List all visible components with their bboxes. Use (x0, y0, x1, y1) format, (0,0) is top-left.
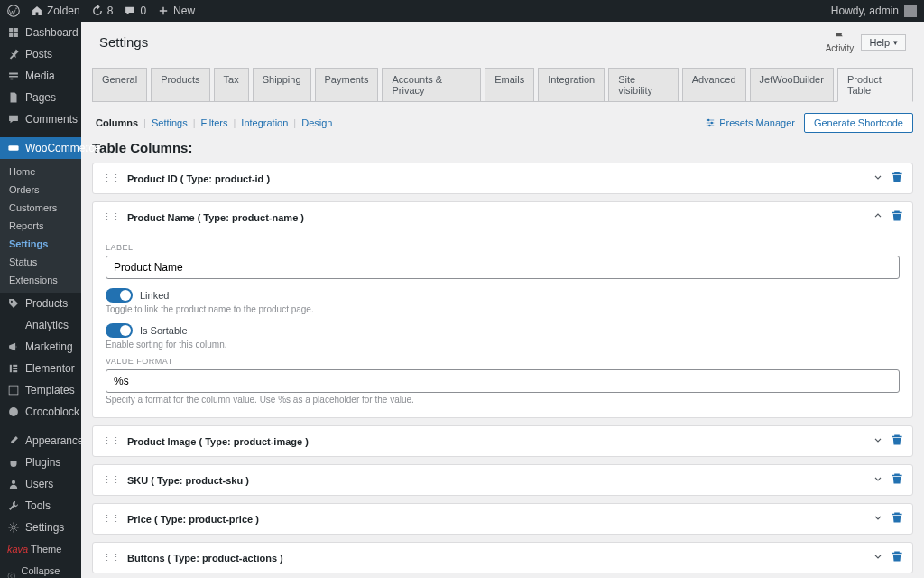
trash-icon[interactable] (891, 171, 903, 186)
sidebar-item-label: Pages (25, 91, 56, 104)
sidebar-item-elementor[interactable]: Elementor (0, 358, 81, 379)
sidebar-item-settings[interactable]: Settings (0, 517, 81, 538)
tab-advanced[interactable]: Advanced (682, 68, 746, 101)
chevron-down-icon[interactable] (873, 512, 883, 526)
drag-handle-icon[interactable]: ⋮⋮ (102, 172, 120, 184)
template-icon (7, 384, 20, 396)
sidebar-item-marketing[interactable]: Marketing (0, 336, 81, 358)
tab-general[interactable]: General (92, 68, 147, 101)
drag-handle-icon[interactable]: ⋮⋮ (102, 435, 120, 447)
sidebar-item-crocoblock[interactable]: Crocoblock (0, 401, 81, 423)
tab-shipping[interactable]: Shipping (253, 68, 311, 101)
sidebar-subitem-status[interactable]: Status (0, 253, 81, 271)
sidebar-subitem-home[interactable]: Home (0, 163, 81, 181)
sidebar-item-dashboard[interactable]: Dashboard (0, 22, 81, 43)
tab-accounts-privacy[interactable]: Accounts & Privacy (382, 68, 481, 101)
plugin-icon (7, 456, 20, 469)
sidebar-item-analytics[interactable]: Analytics (0, 314, 81, 336)
subtab-integration[interactable]: Integration (237, 117, 291, 128)
tab-product-table[interactable]: Product Table (837, 68, 913, 102)
sidebar-item-products[interactable]: Products (0, 293, 81, 314)
tab-integration[interactable]: Integration (538, 68, 605, 101)
sliders-icon (705, 117, 716, 128)
tool-icon (7, 499, 20, 512)
column-title: Product Image ( Type: product-image ) (127, 436, 873, 447)
sidebar-item-tools[interactable]: Tools (0, 495, 81, 517)
subtab-filters[interactable]: Filters (198, 117, 232, 128)
trash-icon[interactable] (891, 210, 903, 225)
linked-toggle[interactable] (106, 288, 133, 303)
subtab-design[interactable]: Design (298, 117, 336, 128)
tab-payments[interactable]: Payments (315, 68, 379, 101)
chevron-down-icon[interactable] (873, 434, 883, 448)
chevron-down-icon[interactable] (873, 172, 883, 185)
label-input[interactable] (106, 256, 900, 279)
account-link[interactable]: Howdy, admin (831, 5, 917, 17)
sidebar-item-media[interactable]: Media (0, 65, 81, 87)
trash-icon[interactable] (891, 511, 903, 527)
sidebar-item-appearance[interactable]: Appearance (0, 430, 81, 452)
sidebar-subitem-orders[interactable]: Orders (0, 181, 81, 199)
sidebar-item-comments[interactable]: Comments (0, 108, 81, 130)
svg-rect-3 (10, 365, 12, 372)
generate-shortcode-button[interactable]: Generate Shortcode (804, 113, 913, 133)
main-content: Settings Activity Help GeneralProductsTa… (81, 22, 924, 578)
sidebar-item-pages[interactable]: Pages (0, 87, 81, 108)
column-row: ⋮⋮ Product Image ( Type: product-image ) (92, 425, 913, 457)
croco-icon (7, 406, 20, 418)
drag-handle-icon[interactable]: ⋮⋮ (102, 474, 120, 486)
subtab-settings[interactable]: Settings (148, 117, 191, 128)
drag-handle-icon[interactable]: ⋮⋮ (102, 211, 120, 223)
drag-handle-icon[interactable]: ⋮⋮ (102, 552, 120, 564)
sidebar-item-label: Crocoblock (25, 406, 79, 418)
tab-emails[interactable]: Emails (485, 68, 534, 101)
chevron-down-icon[interactable] (873, 551, 883, 564)
sidebar-subitem-customers[interactable]: Customers (0, 199, 81, 217)
value-format-input[interactable] (106, 369, 900, 393)
tab-products[interactable]: Products (151, 68, 209, 101)
update-icon (91, 5, 104, 17)
toggle-label: Linked (140, 290, 169, 301)
column-row: ⋮⋮ Buttons ( Type: product-actions ) (92, 542, 913, 573)
theme-link[interactable]: kava Theme (0, 538, 81, 560)
sortable-toggle[interactable] (106, 323, 133, 338)
sidebar-item-label: Dashboard (25, 26, 79, 39)
presets-manager-link[interactable]: Presets Manager (705, 117, 795, 128)
svg-point-10 (12, 526, 15, 529)
chevron-down-icon[interactable] (873, 473, 883, 487)
drag-handle-icon[interactable]: ⋮⋮ (102, 513, 120, 525)
sidebar-item-label: Media (25, 70, 55, 82)
tag-icon (7, 297, 20, 310)
site-link[interactable]: Zolden (31, 5, 80, 17)
sidebar-item-users[interactable]: Users (0, 473, 81, 495)
svg-rect-1 (8, 145, 18, 151)
tab-jetwoobuilder[interactable]: JetWooBuilder (750, 68, 834, 101)
sidebar-subitem-extensions[interactable]: Extensions (0, 271, 81, 289)
wp-logo[interactable] (7, 5, 20, 17)
new-link[interactable]: New (157, 5, 195, 17)
field-help: Specify a format for the column value. U… (106, 395, 900, 405)
field-label: LABEL (106, 243, 900, 252)
sidebar-subitem-settings[interactable]: Settings (0, 235, 81, 253)
sidebar-item-posts[interactable]: Posts (0, 43, 81, 65)
help-button[interactable]: Help (861, 34, 906, 51)
chevron-up-icon[interactable] (873, 210, 883, 224)
column-title: Product Name ( Type: product-name ) (127, 212, 873, 223)
sidebar-item-woocommerce[interactable]: WooCommerce (0, 137, 81, 159)
sidebar-item-templates[interactable]: Templates (0, 379, 81, 401)
tab-site-visibility[interactable]: Site visibility (608, 68, 678, 101)
svg-point-2 (11, 301, 13, 303)
comments-link[interactable]: 0 (124, 5, 146, 17)
svg-rect-6 (13, 370, 17, 372)
updates-link[interactable]: 8 (91, 5, 114, 17)
trash-icon[interactable] (891, 434, 903, 449)
trash-icon[interactable] (891, 472, 903, 488)
collapse-menu[interactable]: Collapse menu (0, 560, 81, 578)
sidebar-subitem-reports[interactable]: Reports (0, 217, 81, 235)
trash-icon[interactable] (891, 550, 903, 565)
sidebar-item-plugins[interactable]: Plugins (0, 452, 81, 473)
column-title: SKU ( Type: product-sku ) (127, 475, 873, 486)
tab-tax[interactable]: Tax (214, 68, 249, 101)
activity-button[interactable]: Activity (826, 31, 855, 53)
subtab-columns[interactable]: Columns (92, 117, 142, 128)
